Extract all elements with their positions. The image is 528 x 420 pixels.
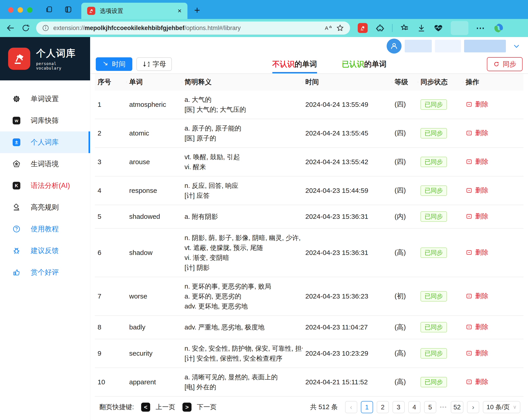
svg-text:A: A <box>325 25 328 31</box>
sidebar-item-label: 建议反馈 <box>31 246 59 255</box>
minimize-window-button[interactable] <box>18 7 23 13</box>
sort-alpha-icon: AZ <box>142 61 150 68</box>
refresh-icon[interactable] <box>21 24 30 33</box>
sidebar-item-personal-library[interactable]: ± 个人词库 <box>0 132 90 153</box>
delete-button[interactable]: 删除 <box>466 291 488 300</box>
sync-button[interactable]: 同步 <box>487 57 523 71</box>
delete-minus-square-icon <box>466 378 472 385</box>
pagination-page-button[interactable]: 5 <box>424 401 436 413</box>
sidebar-item-quick-filter[interactable]: w 词库快筛 <box>0 110 90 132</box>
prev-page-key-badge: < <box>141 403 150 412</box>
sidebar-item-highlight-rules[interactable]: 高亮规则 <box>0 196 90 218</box>
pagination-prev-icon[interactable]: ‹ <box>345 401 357 413</box>
delete-button[interactable]: 删除 <box>466 323 488 332</box>
downloads-icon[interactable] <box>417 24 426 33</box>
definition-line: n. 更坏的事, 更恶劣的事, 败局 <box>184 281 303 291</box>
definition-line: [医] 大气的; 大气压的 <box>184 105 303 114</box>
browser-tab[interactable]: 选项设置 × <box>81 3 187 19</box>
delete-minus-square-icon <box>466 213 472 220</box>
delete-minus-square-icon <box>466 101 472 108</box>
pagination-page-button[interactable]: 3 <box>393 401 405 413</box>
tab-close-icon[interactable]: × <box>178 7 181 15</box>
pagination-last-page[interactable]: 52 <box>451 401 463 413</box>
window-controls[interactable] <box>8 7 33 13</box>
more-menu-icon[interactable]: ⋯ <box>476 23 486 33</box>
col-header-level: 等级 <box>392 77 418 87</box>
definition-cell: a. 清晰可见的, 显然的, 表面上的[电] 外在的 <box>182 372 303 392</box>
tab-overview-icon[interactable] <box>45 5 53 13</box>
sync-status-badge: 已同步 <box>420 128 447 138</box>
toolbar-divider <box>392 24 393 32</box>
thumbs-up-icon <box>13 268 20 276</box>
tab-unknown-words[interactable]: 不认识的单词 <box>272 55 317 73</box>
sync-status-badge: 已同步 <box>420 99 447 110</box>
address-bar[interactable]: extension://mepolkjhfccoeokilekehbibfgje… <box>36 22 350 35</box>
sidebar-item-word-context[interactable]: 生词语境 <box>0 153 90 175</box>
favorite-star-icon[interactable] <box>336 24 344 32</box>
table-row: 7worsen. 更坏的事, 更恶劣的事, 败局a. 更坏的, 更恶劣的adv.… <box>95 277 524 316</box>
definition-line: adv. 严重地, 恶劣地, 极度地 <box>184 322 303 332</box>
table-row: 6shadown. 阴影, 荫, 影子, 影像, 阴暗, 幽灵, 少许, 隐vt… <box>95 229 524 277</box>
total-count: 共 512 条 <box>310 403 338 412</box>
close-window-button[interactable] <box>8 7 13 13</box>
delete-button[interactable]: 删除 <box>466 377 488 386</box>
page-size-select[interactable]: 10 条/页∨ <box>483 401 520 413</box>
sidebar-menu: 单词设置 w 词库快筛 ± 个人词库 生词语境 K 语法分析(AI) <box>0 80 90 283</box>
sidebar-item-label: 赏个好评 <box>31 268 59 277</box>
read-aloud-icon[interactable]: A <box>324 24 332 32</box>
time-cell: 2024-04-24 13:55:42 <box>303 158 392 166</box>
definition-line: vi. 醒来 <box>184 162 303 172</box>
user-avatar-icon[interactable] <box>387 39 402 54</box>
delete-button[interactable]: 删除 <box>466 212 488 221</box>
level-cell: (初) <box>392 291 418 301</box>
hotkey-label: 翻页快捷键: <box>99 403 134 412</box>
sidebar-item-tutorial[interactable]: 使用教程 <box>0 218 90 240</box>
extensions-puzzle-icon[interactable] <box>375 24 384 33</box>
extension-lamp-icon[interactable] <box>358 23 368 33</box>
delete-button[interactable]: 删除 <box>466 157 488 166</box>
time-cell: 2024-04-23 11:04:27 <box>303 323 392 331</box>
pagination-next-icon[interactable]: › <box>467 401 479 413</box>
delete-minus-square-icon <box>466 324 472 330</box>
sync-refresh-icon <box>493 61 500 67</box>
sidebar-item-feedback[interactable]: 建议反馈 <box>0 240 90 262</box>
row-index: 7 <box>95 292 126 300</box>
delete-button[interactable]: 删除 <box>466 248 488 257</box>
sidebar-item-rate-us[interactable]: 赏个好评 <box>0 262 90 283</box>
zoom-window-button[interactable] <box>27 7 33 13</box>
tab-known-words[interactable]: 已认识的单词 <box>342 55 387 73</box>
delete-button[interactable]: 删除 <box>466 100 488 109</box>
table-header: 序号 单词 简明释义 时间 等级 同步状态 操作 <box>95 74 524 91</box>
definition-cell: n. 更坏的事, 更恶劣的事, 败局a. 更坏的, 更恶劣的adv. 更坏地, … <box>182 281 303 311</box>
new-tab-button[interactable]: + <box>194 4 200 16</box>
col-header-index: 序号 <box>95 77 126 87</box>
delete-button[interactable]: 删除 <box>466 129 488 138</box>
back-icon[interactable] <box>6 23 15 33</box>
pagination-page-button[interactable]: 2 <box>377 401 389 413</box>
sort-by-alphabet-button[interactable]: AZ 字母 <box>136 57 172 71</box>
delete-minus-square-icon <box>466 293 472 300</box>
sidebar-item-grammar-analysis[interactable]: K 语法分析(AI) <box>0 175 90 196</box>
chevron-down-icon[interactable] <box>513 42 520 50</box>
table-row: 8badlyadv. 严重地, 恶劣地, 极度地2024-04-23 11:04… <box>95 316 524 339</box>
pagination-page-button[interactable]: 1 <box>361 401 373 413</box>
sort-by-time-button[interactable]: 时间 <box>96 57 132 71</box>
level-cell: (高) <box>392 349 418 358</box>
browser-essentials-icon[interactable] <box>434 23 443 33</box>
row-index: 5 <box>95 213 126 220</box>
definition-line: a. 更坏的, 更恶劣的 <box>184 291 303 301</box>
delete-button[interactable]: 删除 <box>466 186 488 195</box>
site-info-icon[interactable] <box>42 24 49 32</box>
pagination-page-button[interactable]: 4 <box>408 401 420 413</box>
table-row: 1atmospherica. 大气的[医] 大气的; 大气压的2024-04-2… <box>95 91 524 119</box>
copilot-icon[interactable] <box>493 23 504 33</box>
definition-line: [计] 阴影 <box>184 263 303 273</box>
sidebar-toggle-icon[interactable] <box>64 5 72 13</box>
level-cell: (高) <box>392 377 418 387</box>
word-cell: shadowed <box>126 213 182 220</box>
collections-icon[interactable] <box>400 24 409 33</box>
delete-button[interactable]: 删除 <box>466 349 488 358</box>
delete-minus-square-icon <box>466 249 472 256</box>
col-header-definition: 简明释义 <box>182 77 303 87</box>
sidebar-item-word-settings[interactable]: 单词设置 <box>0 88 90 110</box>
